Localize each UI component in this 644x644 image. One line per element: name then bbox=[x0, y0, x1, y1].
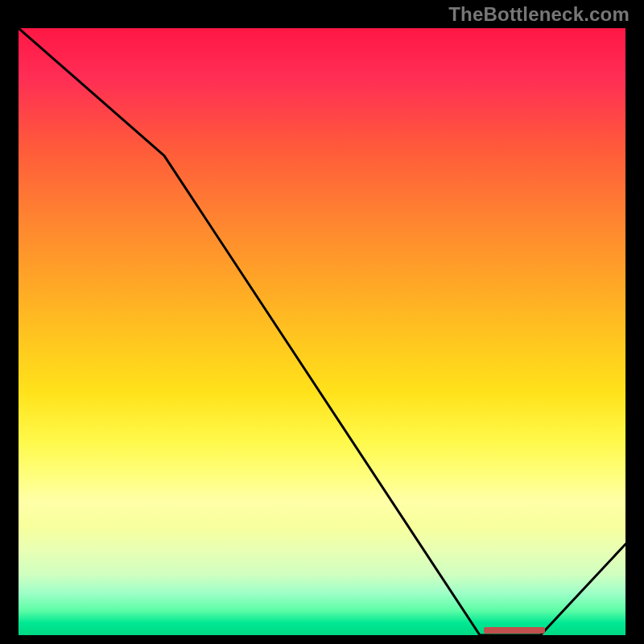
bottleneck-curve bbox=[19, 28, 625, 635]
plot-area bbox=[16, 26, 628, 638]
chart-container: TheBottleneck.com bbox=[0, 0, 644, 644]
optimal-zone-marker bbox=[484, 627, 545, 634]
watermark-text: TheBottleneck.com bbox=[448, 3, 630, 26]
